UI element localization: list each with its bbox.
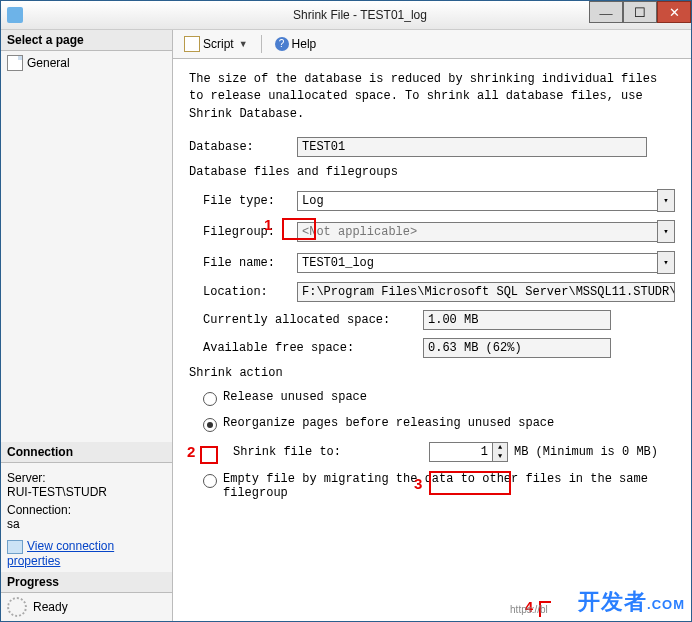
chevron-down-icon: ▼ — [239, 39, 248, 49]
connection-label: Connection: — [7, 503, 166, 517]
connection-header: Connection — [1, 442, 172, 463]
window-body: Select a page General Connection Server:… — [1, 30, 691, 621]
progress-spinner-icon — [7, 597, 27, 617]
connection-value: sa — [7, 517, 166, 531]
available-space-value: 0.63 MB (62%) — [423, 338, 611, 358]
filegroup-label: Filegroup: — [203, 225, 297, 239]
option-reorganize-pages[interactable]: Reorganize pages before releasing unused… — [203, 416, 675, 432]
properties-icon — [7, 540, 23, 554]
progress-status: Ready — [33, 600, 68, 614]
titlebar[interactable]: Shrink File - TEST01_log — ☐ ✕ — [1, 1, 691, 30]
shrink-size-suffix: MB (Minimum is 0 MB) — [514, 445, 658, 459]
script-icon — [184, 36, 200, 52]
radio-release-unused[interactable] — [203, 392, 217, 406]
select-page-header: Select a page — [1, 30, 172, 51]
file-type-combo[interactable]: Log ▾ — [297, 189, 675, 212]
main-panel: Script ▼ ? Help The size of the database… — [173, 30, 691, 621]
toolbar: Script ▼ ? Help — [173, 30, 691, 59]
page-general[interactable]: General — [7, 55, 166, 71]
window: Shrink File - TEST01_log — ☐ ✕ Select a … — [0, 0, 692, 622]
files-group-label: Database files and filegroups — [189, 165, 675, 179]
chevron-down-icon[interactable]: ▾ — [657, 251, 675, 274]
shrink-action-label: Shrink action — [189, 366, 675, 380]
page-general-label: General — [27, 56, 70, 70]
annotation-4: 4 — [525, 598, 533, 615]
progress-header: Progress — [1, 572, 172, 593]
maximize-button[interactable]: ☐ — [623, 1, 657, 23]
option-empty-file[interactable]: Empty file by migrating the data to othe… — [203, 472, 675, 500]
shrink-size-input[interactable] — [429, 442, 493, 462]
toolbar-separator — [261, 35, 262, 53]
spin-down-button[interactable]: ▼ — [493, 452, 507, 461]
filegroup-combo[interactable]: <Not applicable> ▾ — [297, 220, 675, 243]
chevron-down-icon[interactable]: ▾ — [657, 189, 675, 212]
spin-up-button[interactable]: ▲ — [493, 443, 507, 452]
sidebar: Select a page General Connection Server:… — [1, 30, 173, 621]
allocated-space-value: 1.00 MB — [423, 310, 611, 330]
close-button[interactable]: ✕ — [657, 1, 691, 23]
location-field: F:\Program Files\Microsoft SQL Server\MS… — [297, 282, 675, 302]
watermark: https://bl 开发者.COM — [578, 587, 685, 617]
filegroup-value: <Not applicable> — [297, 222, 657, 242]
highlight-4 — [539, 601, 551, 617]
shrink-size-spinner[interactable]: ▲ ▼ — [429, 442, 508, 462]
radio-empty-file[interactable] — [203, 474, 217, 488]
database-field: TEST01 — [297, 137, 647, 157]
page-icon — [7, 55, 23, 71]
server-value: RUI-TEST\STUDR — [7, 485, 166, 499]
window-buttons: — ☐ ✕ — [589, 1, 691, 23]
file-type-label: File type: — [203, 194, 297, 208]
option-release-unused[interactable]: Release unused space — [203, 390, 675, 406]
location-label: Location: — [203, 285, 297, 299]
help-icon: ? — [275, 37, 289, 51]
server-label: Server: — [7, 471, 166, 485]
script-button[interactable]: Script ▼ — [179, 33, 253, 55]
file-type-value: Log — [297, 191, 657, 211]
app-icon — [7, 7, 23, 23]
content-area: The size of the database is reduced by s… — [173, 59, 691, 621]
database-label: Database: — [189, 140, 297, 154]
file-name-combo[interactable]: TEST01_log ▾ — [297, 251, 675, 274]
minimize-button[interactable]: — — [589, 1, 623, 23]
help-button[interactable]: ? Help — [270, 34, 322, 54]
file-name-label: File name: — [203, 256, 297, 270]
chevron-down-icon[interactable]: ▾ — [657, 220, 675, 243]
file-name-value: TEST01_log — [297, 253, 657, 273]
radio-reorganize-pages[interactable] — [203, 418, 217, 432]
view-connection-properties-link[interactable]: View connection properties — [7, 539, 114, 568]
description-text: The size of the database is reduced by s… — [189, 71, 675, 123]
shrink-file-to-label: Shrink file to: — [233, 445, 383, 459]
allocated-space-label: Currently allocated space: — [203, 313, 423, 327]
available-space-label: Available free space: — [203, 341, 423, 355]
